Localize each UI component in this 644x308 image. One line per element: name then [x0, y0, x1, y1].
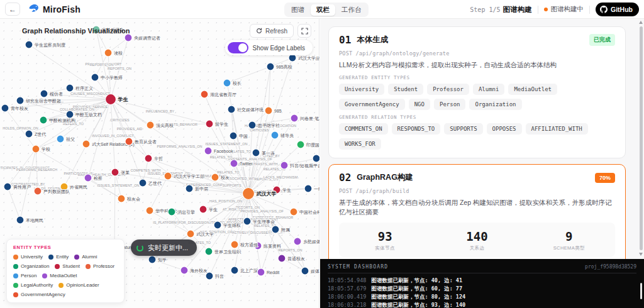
- type-tag: Professor: [427, 84, 469, 95]
- node-label: 学生: [282, 188, 291, 192]
- graph-node[interactable]: [206, 120, 213, 128]
- graph-node[interactable]: [248, 121, 256, 129]
- graph-node[interactable]: [252, 149, 260, 157]
- node-label: Facebook: [214, 149, 233, 153]
- graph-node[interactable]: [82, 140, 90, 148]
- tab-workbench[interactable]: 工作台: [336, 4, 367, 16]
- terminal-title: SYSTEM DASHBOARD: [328, 264, 388, 270]
- back-button[interactable]: ←: [5, 3, 20, 16]
- scrollbar-thumb[interactable]: [640, 26, 643, 250]
- graph-node[interactable]: [125, 34, 132, 41]
- type-tag: WORKS_FOR: [339, 138, 381, 150]
- scrollbar-down-arrow[interactable]: [639, 253, 643, 256]
- graph-node[interactable]: [280, 162, 288, 169]
- graph-node[interactable]: [230, 132, 237, 140]
- graph-node[interactable]: [199, 206, 207, 213]
- type-tag: COMMENTS_ON: [339, 123, 388, 135]
- graph-node[interactable]: [201, 91, 208, 98]
- graph-node[interactable]: [146, 207, 153, 214]
- graph-node[interactable]: [148, 256, 156, 263]
- fullscreen-button[interactable]: [297, 24, 311, 38]
- graph-node[interactable]: [301, 267, 309, 275]
- graph-node[interactable]: [180, 267, 188, 274]
- graph-node[interactable]: [111, 168, 119, 176]
- edge-label: SUPPORTS: [222, 184, 241, 187]
- graph-node[interactable]: [223, 79, 231, 87]
- graph-node[interactable]: [206, 272, 213, 280]
- graph-node[interactable]: [290, 208, 297, 216]
- type-tag: NGO: [409, 99, 430, 110]
- project-id: proj_f95898d38529: [585, 264, 636, 270]
- graph-node[interactable]: [257, 268, 265, 276]
- graph-node[interactable]: [291, 114, 298, 122]
- graph-node[interactable]: [164, 172, 172, 180]
- graph-node[interactable]: [16, 97, 24, 104]
- mirofish-fish-icon: [28, 2, 40, 16]
- graph-node[interactable]: [294, 238, 301, 245]
- graph-node[interactable]: [186, 185, 193, 192]
- scrollbar-up-arrow[interactable]: [639, 21, 643, 24]
- stat-label: 实体节点: [339, 245, 431, 251]
- graph-node[interactable]: [34, 187, 42, 195]
- graph-edge: [8, 187, 20, 220]
- graph-node[interactable]: [265, 107, 272, 114]
- stat-value: 93: [339, 229, 431, 243]
- graph-node[interactable]: [214, 221, 221, 229]
- logo[interactable]: MiroFish: [28, 2, 80, 16]
- refresh-button[interactable]: Refresh: [250, 24, 294, 38]
- graph-node[interactable]: [40, 116, 47, 124]
- node-label: 湖北省教育厅: [210, 92, 236, 97]
- graph-node[interactable]: [66, 111, 74, 118]
- edge-labels-toggle[interactable]: [228, 42, 248, 53]
- graph-node[interactable]: [91, 74, 99, 81]
- legend-item: MediaOutlet: [42, 273, 77, 278]
- graph-node[interactable]: [1, 104, 9, 112]
- graph-node[interactable]: [187, 230, 194, 238]
- graph-node[interactable]: [243, 217, 251, 225]
- graph-node[interactable]: [4, 183, 11, 190]
- graph-node[interactable]: [231, 267, 238, 274]
- graph-node[interactable]: [205, 248, 213, 255]
- entity-type-tags: UniversityStudentProfessorAlumniMediaOut…: [339, 84, 615, 110]
- graph-node[interactable]: [106, 94, 116, 105]
- graph-node[interactable]: [145, 155, 152, 162]
- graph-node[interactable]: [228, 106, 235, 113]
- graph-node[interactable]: [25, 130, 33, 138]
- tab-graph[interactable]: 图谱: [286, 4, 310, 16]
- edge-label: IS_PLATFORM_FOR_DISCUSSION: [153, 221, 209, 224]
- graph-node[interactable]: [304, 185, 312, 192]
- graph-node[interactable]: [230, 160, 238, 167]
- graph-node[interactable]: [313, 155, 319, 162]
- graph-node[interactable]: [267, 63, 274, 70]
- graph-node[interactable]: [271, 131, 279, 139]
- graph-node[interactable]: [57, 135, 64, 143]
- graph-node[interactable]: [32, 145, 40, 153]
- graph-node[interactable]: [84, 174, 92, 182]
- graph-node[interactable]: [231, 241, 238, 248]
- github-button[interactable]: GitHub: [596, 3, 639, 16]
- graph-node[interactable]: [243, 188, 255, 200]
- node-label: 甲醛互助文档: [75, 112, 102, 118]
- graph-node[interactable]: [147, 121, 154, 129]
- terminal-scrollbar-thumb[interactable]: [640, 283, 642, 299]
- tab-split[interactable]: 双栏: [311, 4, 335, 16]
- graph-node[interactable]: [118, 195, 125, 202]
- graph-node[interactable]: [211, 173, 219, 181]
- graph-node[interactable]: [16, 216, 24, 224]
- graph-node[interactable]: [40, 90, 48, 97]
- graph-node[interactable]: [66, 84, 74, 92]
- graph-node[interactable]: [168, 208, 175, 216]
- node-label: 图书馆学社: [258, 123, 280, 128]
- graph-node[interactable]: [125, 138, 133, 145]
- graph-node[interactable]: [204, 147, 212, 155]
- graph-node[interactable]: [104, 49, 112, 57]
- graph-node[interactable]: [139, 179, 147, 187]
- log-message: 图谱数据已刷新，节点: 93, 边: 140: [371, 302, 465, 308]
- graph-node[interactable]: [25, 41, 33, 48]
- node-label: 消息引擎: [177, 210, 195, 215]
- graph-node[interactable]: [297, 141, 304, 148]
- legend-item: OpinionLeader: [58, 282, 99, 288]
- type-tag: Organization: [469, 99, 521, 110]
- graph-node[interactable]: [272, 226, 279, 233]
- graph-node[interactable]: [278, 255, 286, 262]
